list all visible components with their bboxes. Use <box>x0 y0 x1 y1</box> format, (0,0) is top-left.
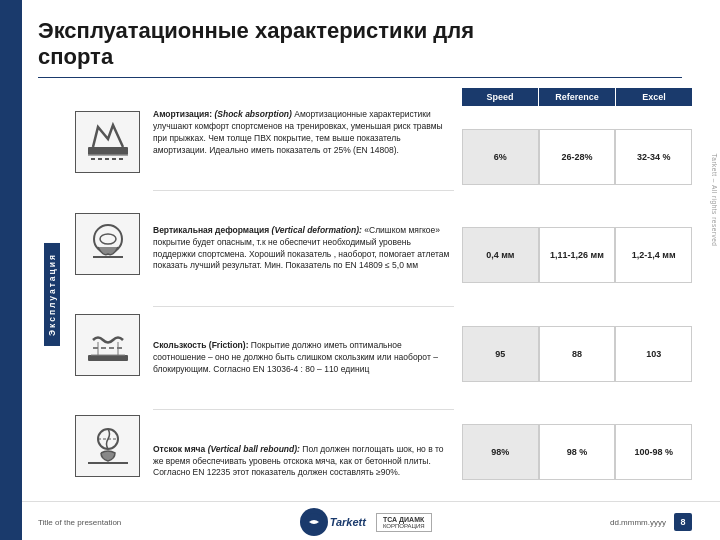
cell-reference-3: 88 <box>539 326 616 382</box>
ball-rebound-icon <box>83 421 133 471</box>
left-sidebar <box>0 0 22 540</box>
ekspl-label-container: Эксплуатация <box>38 88 66 501</box>
cell-excel-4: 100-98 % <box>615 424 692 480</box>
friction-icon <box>83 320 133 370</box>
tarkett-logo: Tarkett <box>300 508 366 536</box>
cell-reference-1: 26-28% <box>539 129 616 185</box>
header-divider <box>38 77 682 78</box>
shock-absorption-icon <box>83 117 133 167</box>
table-row-4: 98% 98 % 100-98 % <box>462 424 692 480</box>
col-header-speed: Speed <box>462 88 539 106</box>
vertical-deformation-icon <box>83 219 133 269</box>
cell-speed-1: 6% <box>462 129 539 185</box>
svg-rect-5 <box>88 355 128 361</box>
table-body: 6% 26-28% 32-34 % 0,4 мм 1,11-1,26 мм 1,… <box>462 108 692 501</box>
tarkett-brand-text: Tarkett <box>330 516 366 528</box>
page: Эксплуатационные характеристики для спор… <box>0 0 720 540</box>
svg-rect-0 <box>88 147 128 155</box>
footer-title: Title of the presentation <box>38 518 121 527</box>
friction-icon-box <box>75 314 140 376</box>
ekspl-label: Эксплуатация <box>44 243 60 346</box>
svg-point-3 <box>100 234 116 244</box>
cell-reference-4: 98 % <box>539 424 616 480</box>
vertical-deformation-icon-box <box>75 213 140 275</box>
divider-2 <box>153 306 454 307</box>
tarkett-circle-icon <box>300 508 328 536</box>
shock-absorption-icon-box <box>75 111 140 173</box>
table-column: Speed Reference Excel 6% 26-28% 32-34 % … <box>462 88 692 501</box>
text-column: Амортизация: (Shock absorption) Амортиза… <box>145 88 462 501</box>
partner-logo: ТСА ДИАМК КОРПОРАЦИЯ <box>376 513 432 532</box>
cell-speed-3: 95 <box>462 326 539 382</box>
row-text-4: Отскок мяча (Vertical ball rebound): Пол… <box>153 440 454 484</box>
divider-3 <box>153 409 454 410</box>
row-text-2: Вертикальная деформация (Vertical deform… <box>153 221 454 277</box>
table-row-2: 0,4 мм 1,11-1,26 мм 1,2-1,4 мм <box>462 227 692 283</box>
table-row-3: 95 88 103 <box>462 326 692 382</box>
col-header-reference: Reference <box>539 88 616 106</box>
cell-excel-1: 32-34 % <box>615 129 692 185</box>
header: Эксплуатационные характеристики для спор… <box>0 0 720 88</box>
ball-rebound-icon-box <box>75 415 140 477</box>
icons-column <box>70 88 145 501</box>
table-row-1: 6% 26-28% 32-34 % <box>462 129 692 185</box>
divider-1 <box>153 190 454 191</box>
rights-reserved-text: Tarkett – All rights reserved <box>711 154 718 247</box>
cell-excel-3: 103 <box>615 326 692 382</box>
col-header-excel: Excel <box>616 88 692 106</box>
page-title: Эксплуатационные характеристики для спор… <box>38 18 692 71</box>
cell-speed-2: 0,4 мм <box>462 227 539 283</box>
cell-reference-2: 1,11-1,26 мм <box>539 227 616 283</box>
footer-right: dd.mmmm.yyyy 8 <box>610 513 692 531</box>
footer-logo-area: Tarkett ТСА ДИАМК КОРПОРАЦИЯ <box>300 508 432 536</box>
tarkett-circle-svg <box>304 512 324 532</box>
row-text-3: Скользкость (Friction): Покрытие должно … <box>153 336 454 380</box>
page-number: 8 <box>674 513 692 531</box>
cell-speed-4: 98% <box>462 424 539 480</box>
main-content: Эксплуатация <box>0 88 720 501</box>
row-text-1: Амортизация: (Shock absorption) Амортиза… <box>153 105 454 161</box>
footer-date: dd.mmmm.yyyy <box>610 518 666 527</box>
cell-excel-2: 1,2-1,4 мм <box>615 227 692 283</box>
footer: Title of the presentation Tarkett ТСА ДИ… <box>0 501 720 540</box>
table-header-row: Speed Reference Excel <box>462 88 692 106</box>
